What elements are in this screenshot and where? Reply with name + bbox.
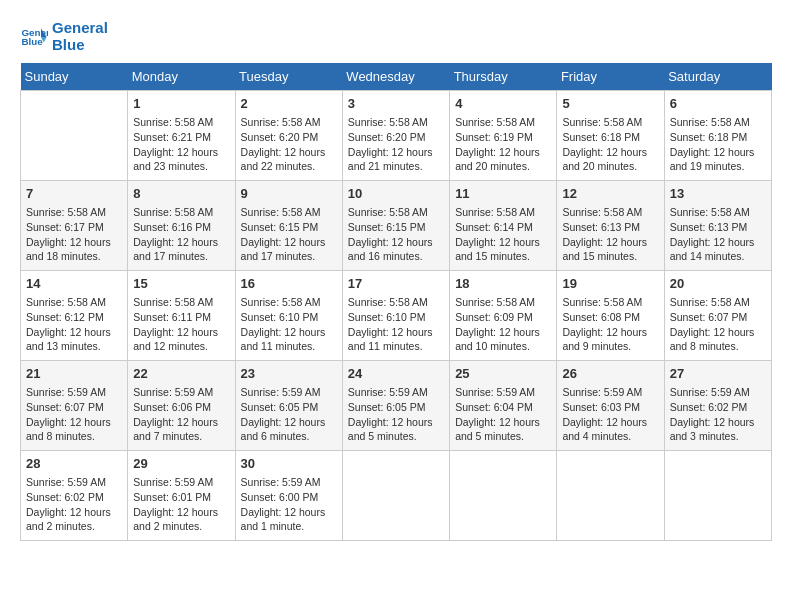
day-info: Sunrise: 5:58 AMSunset: 6:10 PMDaylight:… [241, 295, 337, 354]
day-info: Sunrise: 5:59 AMSunset: 6:06 PMDaylight:… [133, 385, 229, 444]
day-info: Sunrise: 5:58 AMSunset: 6:07 PMDaylight:… [670, 295, 766, 354]
weekday-header-friday: Friday [557, 63, 664, 91]
calendar-cell: 10Sunrise: 5:58 AMSunset: 6:15 PMDayligh… [342, 181, 449, 271]
day-info: Sunrise: 5:58 AMSunset: 6:20 PMDaylight:… [348, 115, 444, 174]
calendar-cell: 5Sunrise: 5:58 AMSunset: 6:18 PMDaylight… [557, 91, 664, 181]
calendar-week-4: 21Sunrise: 5:59 AMSunset: 6:07 PMDayligh… [21, 361, 772, 451]
day-info: Sunrise: 5:59 AMSunset: 6:05 PMDaylight:… [348, 385, 444, 444]
calendar-cell: 12Sunrise: 5:58 AMSunset: 6:13 PMDayligh… [557, 181, 664, 271]
calendar-cell: 3Sunrise: 5:58 AMSunset: 6:20 PMDaylight… [342, 91, 449, 181]
day-number: 2 [241, 95, 337, 113]
calendar-cell: 4Sunrise: 5:58 AMSunset: 6:19 PMDaylight… [450, 91, 557, 181]
day-number: 12 [562, 185, 658, 203]
calendar-cell: 18Sunrise: 5:58 AMSunset: 6:09 PMDayligh… [450, 271, 557, 361]
day-info: Sunrise: 5:58 AMSunset: 6:17 PMDaylight:… [26, 205, 122, 264]
day-info: Sunrise: 5:58 AMSunset: 6:18 PMDaylight:… [562, 115, 658, 174]
calendar-cell: 30Sunrise: 5:59 AMSunset: 6:00 PMDayligh… [235, 451, 342, 541]
calendar-cell: 6Sunrise: 5:58 AMSunset: 6:18 PMDaylight… [664, 91, 771, 181]
calendar-cell: 26Sunrise: 5:59 AMSunset: 6:03 PMDayligh… [557, 361, 664, 451]
day-info: Sunrise: 5:58 AMSunset: 6:13 PMDaylight:… [562, 205, 658, 264]
day-number: 1 [133, 95, 229, 113]
calendar-cell: 14Sunrise: 5:58 AMSunset: 6:12 PMDayligh… [21, 271, 128, 361]
day-number: 22 [133, 365, 229, 383]
calendar-cell: 13Sunrise: 5:58 AMSunset: 6:13 PMDayligh… [664, 181, 771, 271]
day-number: 28 [26, 455, 122, 473]
day-number: 25 [455, 365, 551, 383]
day-number: 26 [562, 365, 658, 383]
calendar-cell: 16Sunrise: 5:58 AMSunset: 6:10 PMDayligh… [235, 271, 342, 361]
day-number: 4 [455, 95, 551, 113]
day-info: Sunrise: 5:58 AMSunset: 6:20 PMDaylight:… [241, 115, 337, 174]
logo-icon: General Blue [20, 23, 48, 51]
calendar-cell: 24Sunrise: 5:59 AMSunset: 6:05 PMDayligh… [342, 361, 449, 451]
calendar-cell: 19Sunrise: 5:58 AMSunset: 6:08 PMDayligh… [557, 271, 664, 361]
day-info: Sunrise: 5:58 AMSunset: 6:09 PMDaylight:… [455, 295, 551, 354]
calendar-cell [664, 451, 771, 541]
day-number: 24 [348, 365, 444, 383]
day-number: 18 [455, 275, 551, 293]
day-info: Sunrise: 5:59 AMSunset: 6:02 PMDaylight:… [670, 385, 766, 444]
day-info: Sunrise: 5:59 AMSunset: 6:05 PMDaylight:… [241, 385, 337, 444]
calendar-cell: 23Sunrise: 5:59 AMSunset: 6:05 PMDayligh… [235, 361, 342, 451]
calendar-cell: 11Sunrise: 5:58 AMSunset: 6:14 PMDayligh… [450, 181, 557, 271]
day-info: Sunrise: 5:58 AMSunset: 6:18 PMDaylight:… [670, 115, 766, 174]
day-number: 15 [133, 275, 229, 293]
weekday-header-saturday: Saturday [664, 63, 771, 91]
calendar-cell: 17Sunrise: 5:58 AMSunset: 6:10 PMDayligh… [342, 271, 449, 361]
day-number: 21 [26, 365, 122, 383]
calendar-cell: 29Sunrise: 5:59 AMSunset: 6:01 PMDayligh… [128, 451, 235, 541]
day-info: Sunrise: 5:59 AMSunset: 6:07 PMDaylight:… [26, 385, 122, 444]
calendar-table: SundayMondayTuesdayWednesdayThursdayFrid… [20, 63, 772, 541]
logo-general: General [52, 19, 108, 36]
calendar-cell [557, 451, 664, 541]
day-info: Sunrise: 5:58 AMSunset: 6:13 PMDaylight:… [670, 205, 766, 264]
calendar-cell: 20Sunrise: 5:58 AMSunset: 6:07 PMDayligh… [664, 271, 771, 361]
weekday-header-tuesday: Tuesday [235, 63, 342, 91]
weekday-header-monday: Monday [128, 63, 235, 91]
calendar-cell: 25Sunrise: 5:59 AMSunset: 6:04 PMDayligh… [450, 361, 557, 451]
day-info: Sunrise: 5:59 AMSunset: 6:04 PMDaylight:… [455, 385, 551, 444]
day-info: Sunrise: 5:59 AMSunset: 6:00 PMDaylight:… [241, 475, 337, 534]
calendar-cell: 8Sunrise: 5:58 AMSunset: 6:16 PMDaylight… [128, 181, 235, 271]
calendar-cell: 1Sunrise: 5:58 AMSunset: 6:21 PMDaylight… [128, 91, 235, 181]
day-info: Sunrise: 5:58 AMSunset: 6:19 PMDaylight:… [455, 115, 551, 174]
calendar-week-1: 1Sunrise: 5:58 AMSunset: 6:21 PMDaylight… [21, 91, 772, 181]
day-info: Sunrise: 5:58 AMSunset: 6:15 PMDaylight:… [241, 205, 337, 264]
logo-blue: Blue [52, 37, 108, 54]
day-info: Sunrise: 5:58 AMSunset: 6:10 PMDaylight:… [348, 295, 444, 354]
page-header: General Blue General Blue [20, 20, 772, 53]
calendar-cell: 7Sunrise: 5:58 AMSunset: 6:17 PMDaylight… [21, 181, 128, 271]
day-number: 30 [241, 455, 337, 473]
calendar-cell: 9Sunrise: 5:58 AMSunset: 6:15 PMDaylight… [235, 181, 342, 271]
day-info: Sunrise: 5:58 AMSunset: 6:11 PMDaylight:… [133, 295, 229, 354]
day-number: 29 [133, 455, 229, 473]
day-info: Sunrise: 5:58 AMSunset: 6:12 PMDaylight:… [26, 295, 122, 354]
day-number: 17 [348, 275, 444, 293]
calendar-week-3: 14Sunrise: 5:58 AMSunset: 6:12 PMDayligh… [21, 271, 772, 361]
day-info: Sunrise: 5:58 AMSunset: 6:21 PMDaylight:… [133, 115, 229, 174]
day-number: 5 [562, 95, 658, 113]
day-number: 13 [670, 185, 766, 203]
calendar-header-row: SundayMondayTuesdayWednesdayThursdayFrid… [21, 63, 772, 91]
weekday-header-wednesday: Wednesday [342, 63, 449, 91]
day-info: Sunrise: 5:58 AMSunset: 6:14 PMDaylight:… [455, 205, 551, 264]
day-number: 10 [348, 185, 444, 203]
day-number: 14 [26, 275, 122, 293]
day-info: Sunrise: 5:59 AMSunset: 6:01 PMDaylight:… [133, 475, 229, 534]
day-info: Sunrise: 5:59 AMSunset: 6:02 PMDaylight:… [26, 475, 122, 534]
day-number: 16 [241, 275, 337, 293]
calendar-cell [21, 91, 128, 181]
calendar-cell: 2Sunrise: 5:58 AMSunset: 6:20 PMDaylight… [235, 91, 342, 181]
calendar-cell [342, 451, 449, 541]
calendar-cell: 27Sunrise: 5:59 AMSunset: 6:02 PMDayligh… [664, 361, 771, 451]
day-info: Sunrise: 5:58 AMSunset: 6:15 PMDaylight:… [348, 205, 444, 264]
day-info: Sunrise: 5:58 AMSunset: 6:08 PMDaylight:… [562, 295, 658, 354]
logo: General Blue General Blue [20, 20, 108, 53]
calendar-cell: 28Sunrise: 5:59 AMSunset: 6:02 PMDayligh… [21, 451, 128, 541]
day-number: 20 [670, 275, 766, 293]
calendar-cell [450, 451, 557, 541]
day-number: 9 [241, 185, 337, 203]
day-number: 27 [670, 365, 766, 383]
day-number: 8 [133, 185, 229, 203]
day-number: 3 [348, 95, 444, 113]
